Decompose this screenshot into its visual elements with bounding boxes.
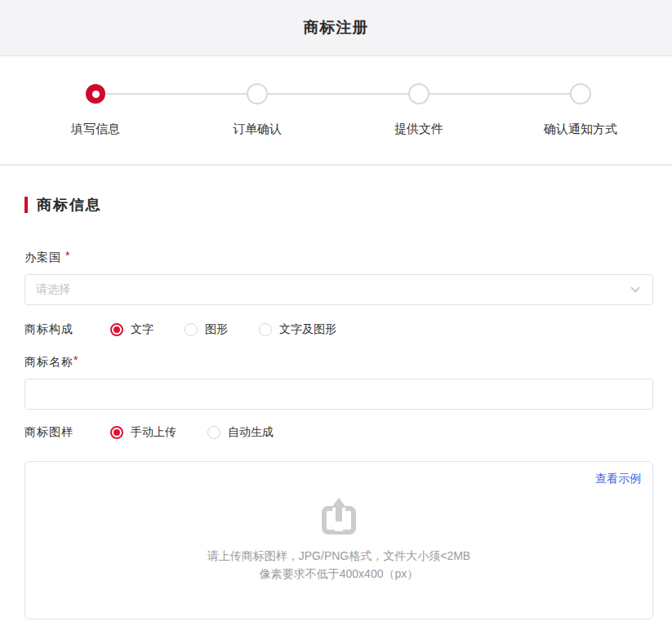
step-label-notify-method: 确认通知方式: [544, 122, 617, 137]
radio-option-figure-mark[interactable]: 图形: [185, 322, 228, 337]
upload-dropzone[interactable]: 查看示例 请上传商标图样，JPG/PNG格式，文件大小须<2MB 像素要求不低于…: [24, 461, 653, 619]
step-label-fill-info: 填写信息: [71, 122, 120, 137]
country-select[interactable]: 请选择: [24, 274, 653, 305]
name-field-label: 商标名称*: [24, 355, 653, 370]
step-label-order-confirm: 订单确认: [233, 122, 282, 137]
specimen-radio-group: 手动上传 自动生成: [110, 425, 305, 440]
page-title: 商标注册: [304, 17, 369, 38]
step-connector: [268, 93, 408, 95]
upload-hint-line2: 像素要求不低于400x400（px）: [260, 565, 419, 583]
composition-field: 商标构成 文字 图形 文字及图形: [24, 322, 653, 337]
composition-label: 商标构成: [24, 322, 110, 337]
required-asterisk: *: [73, 353, 78, 366]
section-accent-bar: [24, 197, 28, 213]
radio-unchecked-icon: [259, 323, 272, 336]
trademark-registration-page: 商标注册 填写信息 订单确认 提供文件 确认通知方式 商标信息 办案国* 请选择: [0, 0, 672, 619]
radio-option-label: 文字: [131, 322, 154, 337]
upload-hint-line1: 请上传商标图样，JPG/PNG格式，文件大小须<2MB: [207, 547, 470, 565]
radio-option-label: 手动上传: [131, 425, 176, 440]
upload-icon: [319, 498, 358, 539]
specimen-label: 商标图样: [24, 425, 110, 440]
radio-option-text-and-figure[interactable]: 文字及图形: [259, 322, 336, 337]
radio-unchecked-icon: [185, 323, 198, 336]
radio-option-label: 自动生成: [228, 425, 274, 440]
radio-option-text-mark[interactable]: 文字: [110, 322, 154, 337]
step-circle-active: [86, 84, 105, 104]
required-asterisk: *: [65, 249, 70, 262]
form-content: 商标信息 办案国* 请选择 商标构成 文字 图形: [0, 195, 672, 619]
radio-option-label: 文字及图形: [279, 322, 336, 337]
radio-option-auto-generate[interactable]: 自动生成: [207, 425, 274, 440]
country-label-text: 办案国: [24, 251, 61, 264]
step-indicator: 填写信息 订单确认 提供文件 确认通知方式: [0, 56, 672, 166]
step-circle-dot: [92, 91, 100, 98]
radio-option-label: 图形: [205, 322, 228, 337]
view-example-link[interactable]: 查看示例: [595, 472, 641, 486]
radio-checked-icon: [110, 323, 123, 336]
trademark-name-input[interactable]: [24, 379, 653, 410]
composition-radio-group: 文字 图形 文字及图形: [110, 322, 367, 337]
radio-checked-icon: [110, 426, 123, 439]
country-select-placeholder: 请选择: [36, 282, 70, 297]
name-label-text: 商标名称: [24, 355, 73, 368]
country-field-label: 办案国*: [24, 251, 653, 265]
radio-unchecked-icon: [207, 426, 220, 439]
step-circle: [408, 83, 429, 104]
step-connector: [429, 93, 570, 95]
radio-option-manual-upload[interactable]: 手动上传: [110, 425, 176, 440]
step-connector: [106, 93, 247, 95]
chevron-down-icon: [630, 284, 641, 295]
specimen-field: 商标图样 手动上传 自动生成: [24, 425, 653, 440]
step-circle: [247, 83, 268, 104]
section-title: 商标信息: [37, 195, 102, 215]
page-header: 商标注册: [0, 0, 672, 56]
section-header: 商标信息: [24, 195, 653, 215]
step-circle: [570, 83, 591, 104]
step-label-provide-files: 提供文件: [394, 122, 443, 137]
